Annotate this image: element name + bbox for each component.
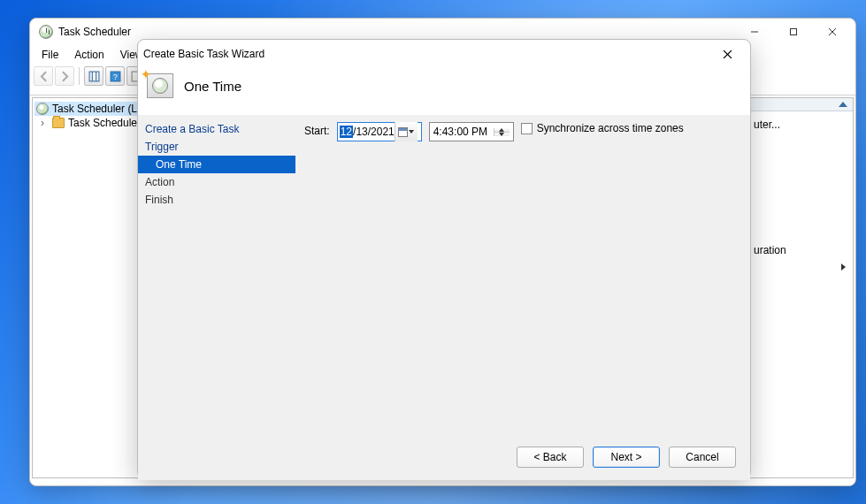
step-finish: Finish xyxy=(138,191,295,209)
close-button[interactable] xyxy=(813,19,852,44)
trigger-form: Start: 12/13/2021 Synchronize a xyxy=(295,115,750,434)
scheduler-icon xyxy=(36,103,49,115)
create-basic-task-wizard-dialog: Create Basic Task Wizard One Time Create… xyxy=(137,39,751,479)
start-time-picker[interactable] xyxy=(429,122,514,141)
dialog-close-button[interactable] xyxy=(709,42,745,66)
date-rest-segment[interactable]: /13/2021 xyxy=(353,126,395,138)
sync-label: Synchronize across time zones xyxy=(537,122,684,134)
cancel-button[interactable]: Cancel xyxy=(669,447,736,468)
step-create-basic-task[interactable]: Create a Basic Task xyxy=(138,120,295,138)
actions-pane: uter... uration xyxy=(746,97,854,478)
time-spin-down[interactable] xyxy=(494,133,510,136)
tree-child-label: Task Scheduler xyxy=(68,117,141,129)
date-selected-segment[interactable]: 12 xyxy=(340,126,353,138)
action-expand-row[interactable] xyxy=(752,260,847,274)
folder-icon xyxy=(52,118,65,128)
task-scheduler-icon xyxy=(39,25,53,39)
dialog-heading: One Time xyxy=(184,79,241,94)
dialog-titlebar: Create Basic Task Wizard xyxy=(138,40,750,68)
back-button[interactable]: < Back xyxy=(517,447,584,468)
nav-back-button[interactable] xyxy=(34,66,53,86)
calendar-dropdown-button[interactable] xyxy=(395,122,418,141)
action-item[interactable]: uration xyxy=(752,241,847,260)
expand-icon[interactable]: › xyxy=(36,117,49,129)
wizard-clock-icon xyxy=(147,73,173,98)
svg-rect-1 xyxy=(791,29,797,35)
dialog-title: Create Basic Task Wizard xyxy=(143,48,264,60)
svg-rect-4 xyxy=(89,72,99,81)
menu-action[interactable]: Action xyxy=(68,47,110,63)
menu-file[interactable]: File xyxy=(35,47,65,63)
nav-forward-button[interactable] xyxy=(55,66,74,86)
sync-timezones-option[interactable]: Synchronize across time zones xyxy=(521,122,684,134)
start-date-picker[interactable]: 12/13/2021 xyxy=(337,122,422,141)
tree-root-label: Task Scheduler (Lo xyxy=(52,103,143,115)
dialog-footer: < Back Next > Cancel xyxy=(138,434,750,480)
chevron-down-icon xyxy=(409,130,414,134)
dialog-header: One Time xyxy=(138,68,750,114)
sync-checkbox[interactable] xyxy=(521,123,533,134)
time-input[interactable] xyxy=(430,126,494,138)
toolbar-panes-button[interactable] xyxy=(84,66,103,86)
maximize-button[interactable] xyxy=(774,19,813,44)
main-window-title: Task Scheduler xyxy=(58,26,131,38)
calendar-icon xyxy=(398,127,408,137)
step-one-time[interactable]: One Time xyxy=(138,156,295,173)
action-item[interactable]: uter... xyxy=(752,115,847,134)
start-label: Start: xyxy=(304,122,330,137)
wizard-steps-list: Create a Basic Task Trigger One Time Act… xyxy=(138,115,295,434)
step-trigger[interactable]: Trigger xyxy=(138,138,295,156)
toolbar-help-button[interactable]: ? xyxy=(105,66,125,86)
svg-text:?: ? xyxy=(113,72,118,80)
chevron-right-icon xyxy=(841,263,846,271)
step-action: Action xyxy=(138,173,295,191)
collapse-up-icon[interactable] xyxy=(839,102,847,107)
next-button[interactable]: Next > xyxy=(593,447,660,468)
